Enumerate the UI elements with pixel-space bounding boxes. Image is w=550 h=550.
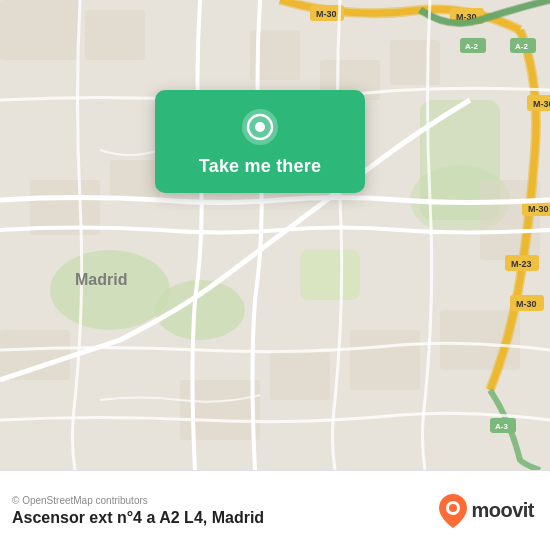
svg-text:Madrid: Madrid [75,271,127,288]
svg-text:A-2: A-2 [515,42,528,51]
bottom-left-info: © OpenStreetMap contributors Ascensor ex… [12,495,264,527]
location-title: Ascensor ext n°4 a A2 L4, Madrid [12,509,264,527]
svg-rect-10 [0,330,70,380]
svg-point-42 [449,504,457,512]
moovit-icon-area: moovit [439,494,534,528]
svg-text:M-30: M-30 [533,99,550,109]
moovit-logo: moovit [439,494,534,528]
location-pin-icon [241,108,279,146]
svg-rect-16 [390,40,440,85]
osm-credit: © OpenStreetMap contributors [12,495,264,506]
svg-point-40 [255,122,265,132]
svg-text:M-30: M-30 [516,299,537,309]
svg-point-1 [50,250,170,330]
svg-rect-12 [270,350,330,400]
take-me-there-button[interactable]: Take me there [199,154,321,179]
moovit-text: moovit [471,499,534,522]
svg-point-2 [155,280,245,340]
location-card: Take me there [155,90,365,193]
svg-text:M-30: M-30 [316,9,337,19]
svg-text:M-23: M-23 [511,259,532,269]
moovit-pin-icon [439,494,467,528]
svg-rect-13 [350,330,420,390]
svg-rect-9 [110,160,160,200]
svg-text:A-3: A-3 [495,422,508,431]
svg-rect-3 [300,250,360,300]
map-container: M-30 M-30 M-30 M-30 M-30 A-2 A-2 A-3 M-2… [0,0,550,470]
svg-text:A-2: A-2 [465,42,478,51]
svg-rect-7 [85,10,145,60]
svg-rect-6 [0,0,80,60]
bottom-bar: © OpenStreetMap contributors Ascensor ex… [0,470,550,550]
svg-text:M-30: M-30 [528,204,549,214]
